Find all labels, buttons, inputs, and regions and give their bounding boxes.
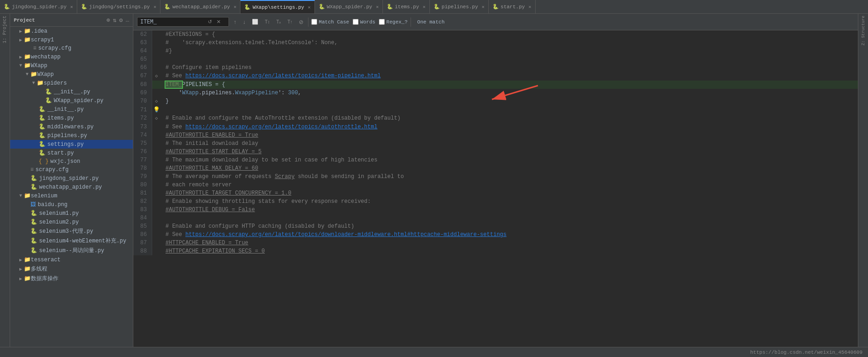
py-icon-jingdong: 🐍: [30, 175, 37, 182]
table-row: 82 # Enable showing throttling stats for…: [133, 197, 858, 206]
tab-wxapp-settings[interactable]: 🐍 WXapp\settings.py ✕: [240, 0, 314, 14]
search-toggle-2[interactable]: Tₐ: [274, 18, 283, 25]
match-case-checkbox[interactable]: [311, 19, 317, 25]
tree-arrow-scrapy1: ▶: [17, 37, 24, 43]
status-url: https://blog.csdn.net/weixin_45640609: [750, 350, 862, 355]
table-row: 78 #AUTOTHROTTLE_MAX_DELAY = 60: [133, 164, 858, 173]
tree-init-py2[interactable]: 🐍 __init__.py: [10, 105, 133, 114]
tab-close-wxapp-spider[interactable]: ✕: [376, 4, 379, 10]
tree-spiders[interactable]: ▼ 📁 spiders: [10, 79, 133, 87]
tree-scrapy-cfg[interactable]: ≡ scrapy.cfg: [10, 44, 133, 52]
regex-checkbox[interactable]: [379, 19, 385, 25]
tree-tesseract[interactable]: ▶ 📁 tesseract: [10, 255, 133, 264]
table-row: 75 # The initial download delay: [133, 139, 858, 148]
tree-multithreading[interactable]: ▶ 📁 多线程: [10, 264, 133, 274]
tree-baidu-png[interactable]: 🖼 baidu.png: [10, 200, 133, 209]
tree-pipelines-py[interactable]: 🐍 pipelines.py: [10, 131, 133, 140]
structure-tab-label[interactable]: Z: Structure: [861, 14, 866, 47]
tree-middlewares-py[interactable]: 🐍 middlewares.py: [10, 122, 133, 131]
tree-wxapp-inner[interactable]: ▼ 📁 WXapp: [10, 70, 133, 79]
tree-selenium4[interactable]: 🐍 selenium4-webElement补充.py: [10, 236, 133, 246]
tree-wechatapp-apider[interactable]: 🐍 wechatapp_apider.py: [10, 183, 133, 191]
tab-close-jingdong[interactable]: ✕: [70, 4, 73, 10]
tab-wxapp-spider[interactable]: 🐍 WXapp_spider.py ✕: [315, 0, 383, 14]
tab-close-wechatapp[interactable]: ✕: [234, 4, 236, 10]
py-icon-items: 🐍: [39, 115, 46, 121]
words-checkbox[interactable]: [353, 19, 359, 25]
tree-jingdong-spider[interactable]: 🐍 jingdong_spider.py: [10, 174, 133, 183]
tab-pipelines[interactable]: 🐍 pipelines.py ✕: [430, 0, 489, 14]
table-row: 81 #AUTOTHROTTLE_TARGET_CONCURRENCY = 1.…: [133, 189, 858, 197]
search-next-button[interactable]: ↓: [241, 18, 247, 26]
search-toggle-3[interactable]: T↑: [286, 18, 294, 25]
tab-items[interactable]: 🐍 items.py ✕: [383, 0, 430, 14]
table-row: 63 # 'scrapy.extensions.telnet.TelnetCon…: [133, 39, 858, 47]
search-word-wrap-button[interactable]: ⬜: [250, 18, 260, 26]
sidebar-settings-icon[interactable]: ⚙: [119, 17, 123, 24]
py-icon-selenium2: 🐍: [30, 219, 37, 225]
search-toggle-1[interactable]: T↕: [263, 18, 272, 25]
tree-start-py[interactable]: 🐍 start.py: [10, 149, 133, 157]
words-option[interactable]: Words: [353, 19, 375, 25]
tree-wxapp-spider-py[interactable]: 🐍 WXapp_spider.py: [10, 96, 133, 105]
search-filter-button[interactable]: ⊘: [297, 18, 305, 26]
tab-wechatapp-apider[interactable]: 🐍 wechatapp_apider.py ✕: [160, 0, 240, 14]
regex-option[interactable]: Regex_?: [379, 19, 407, 25]
project-tab-label[interactable]: 1: Project: [2, 14, 7, 45]
tree-init-py[interactable]: 🐍 __init__.py: [10, 87, 133, 96]
tree-db-ops[interactable]: ▶ 📁 数据库操作: [10, 274, 133, 283]
match-case-option[interactable]: Match Case: [311, 19, 349, 25]
tab-close-pipelines[interactable]: ✕: [482, 4, 485, 10]
table-row: 80 # each remote server: [133, 181, 858, 189]
tree-wechatapp[interactable]: ▶ 📁 wechatapp: [10, 52, 133, 61]
tree-arrow-wxapp: ▼: [17, 63, 24, 68]
tree-selenium5[interactable]: 🐍 selenium--局访问量.py: [10, 246, 133, 255]
tab-close-wxapp-settings[interactable]: ✕: [308, 5, 311, 10]
tree-selenium3[interactable]: 🐍 selenium3-代理.py: [10, 226, 133, 236]
tree-wxjc-json[interactable]: { } wxjc.json: [10, 157, 133, 166]
table-row: 62 #EXTENSIONS = {: [133, 30, 858, 39]
sidebar-add-icon[interactable]: ⊕: [107, 17, 110, 24]
tree-arrow-wechatapp: ▶: [17, 54, 24, 60]
py-icon-selenium5: 🐍: [30, 247, 37, 254]
bulb-icon: 💡: [153, 107, 160, 113]
tab-close-items[interactable]: ✕: [423, 4, 426, 10]
sidebar-title: Project: [14, 17, 35, 23]
tab-close-start[interactable]: ✕: [529, 4, 531, 10]
search-prev-button[interactable]: ↑: [232, 18, 238, 26]
table-row: 86 # See https://docs.scrapy.org/en/late…: [133, 230, 858, 239]
tree-arrow-db: ▶: [17, 276, 24, 282]
tree-scrapy1[interactable]: ▶ 📁 scrapy1: [10, 35, 133, 44]
search-close-button[interactable]: ✕: [215, 18, 222, 25]
png-icon-baidu: 🖼: [30, 201, 36, 208]
tree-items-py[interactable]: 🐍 items.py: [10, 114, 133, 122]
py-icon-start: 🐍: [39, 150, 46, 156]
code-editor[interactable]: 62 #EXTENSIONS = { 63 # 'scrapy.extensio…: [133, 30, 858, 347]
tree-wxapp[interactable]: ▼ 📁 WXapp: [10, 61, 133, 70]
sidebar-more-icon[interactable]: …: [126, 17, 129, 24]
table-row: 72 ◇ # Enable and configure the AutoThro…: [133, 114, 858, 123]
py-icon-init2: 🐍: [39, 106, 46, 113]
tree-scrapy-cfg2[interactable]: ≡ scrapy.cfg: [10, 166, 133, 174]
tab-close-jingdong-settings[interactable]: ✕: [154, 4, 156, 10]
table-row: 68 ITEM_PIPELINES = {: [133, 81, 858, 89]
tree-idea[interactable]: ▶ 📁 .idea: [10, 27, 133, 35]
tree-selenium1[interactable]: 🐍 selenium1.py: [10, 209, 133, 218]
py-icon-middlewares: 🐍: [39, 123, 46, 130]
search-input[interactable]: [140, 19, 205, 25]
tab-jingdong-spider[interactable]: 🐍 jingdong_spider.py ✕: [0, 0, 77, 14]
folder-icon-spiders: 📁: [37, 80, 44, 86]
py-icon-selenium4: 🐍: [30, 237, 37, 244]
sidebar-collapse-icon[interactable]: ⇅: [113, 17, 117, 24]
tab-start[interactable]: 🐍 start.py ✕: [489, 0, 536, 14]
search-clear-button[interactable]: ↺: [206, 18, 213, 25]
tree-settings-py[interactable]: 🐍 settings.py: [10, 140, 133, 149]
cfg-icon-scrapy2: ≡: [30, 167, 34, 173]
tree-selenium2[interactable]: 🐍 selenium2.py: [10, 218, 133, 226]
table-row: 65: [133, 55, 858, 63]
tree-selenium[interactable]: ▼ 📁 selenium: [10, 191, 133, 200]
table-row: 69 'WXapp.pipelines.WxappPipeline': 300,: [133, 89, 858, 97]
json-icon-wxjc: { }: [39, 158, 49, 165]
tree-arrow-wxapp-inner: ▼: [24, 72, 30, 77]
tab-jingdong-settings[interactable]: 🐍 jingdong/settings.py ✕: [77, 0, 160, 14]
